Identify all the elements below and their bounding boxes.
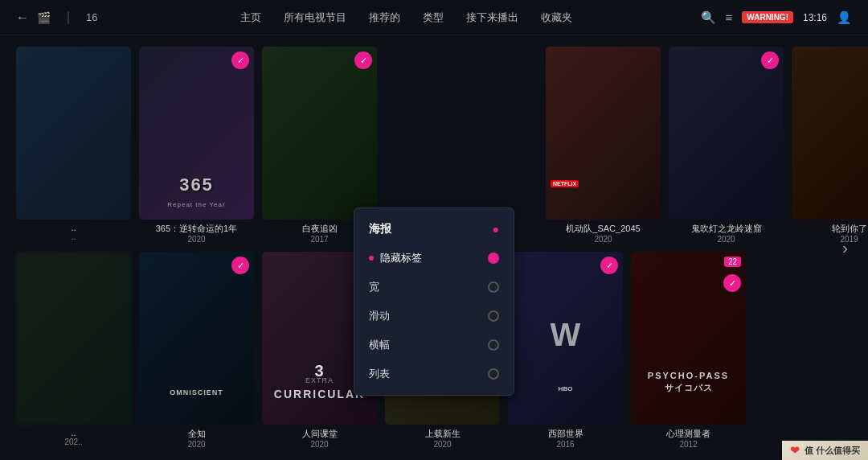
hbo-badge: HBO bbox=[559, 385, 573, 392]
card-title-8: 全知 bbox=[139, 428, 254, 440]
card-wrapper-7: .. 202.. bbox=[16, 252, 131, 449]
menu-item-banner[interactable]: 横幅 bbox=[354, 331, 514, 359]
card-year-10: 2020 bbox=[385, 440, 500, 449]
search-icon[interactable]: 🔍 bbox=[701, 10, 716, 25]
radio-circle-icon-3 bbox=[488, 339, 499, 351]
check-badge-5: ✓ bbox=[761, 51, 779, 69]
card-overlay-365: 365 bbox=[139, 175, 254, 195]
card-year-6: 2019 bbox=[792, 235, 868, 244]
psycho-text: PSYCHO-PASS bbox=[631, 371, 746, 380]
card-info-5: 鬼吹灯之龙岭迷窟 2020 bbox=[669, 223, 784, 244]
card-3[interactable]: ✓ bbox=[262, 47, 377, 220]
header-left: ← 🎬 ｜ 16 bbox=[16, 9, 113, 26]
menu-label-4: 列表 bbox=[369, 367, 390, 381]
card-8[interactable]: ✓ OMNISCIENT bbox=[139, 252, 254, 425]
num-badge-12: 22 bbox=[724, 257, 741, 267]
netflix-badge: NETFLIX bbox=[551, 180, 579, 187]
card-title-5: 鬼吹灯之龙岭迷窟 bbox=[669, 223, 784, 235]
menu-label-2: 滑动 bbox=[369, 309, 390, 323]
card-wrapper-12: 22 ✓ PSYCHO-PASS サイコパス 心理测量者 2012 bbox=[631, 252, 746, 449]
dropdown-menu[interactable]: 海报 ● 隐藏标签 宽 滑动 bbox=[354, 207, 514, 396]
card-title-2: 365：逆转命运的1年 bbox=[139, 223, 254, 235]
card-year-5: 2020 bbox=[669, 235, 784, 244]
card-year-7: 202.. bbox=[16, 437, 131, 446]
card-wrapper-11: ✓ W HBO 西部世界 2016 bbox=[508, 252, 623, 449]
card-title-9: 人间课堂 bbox=[262, 428, 377, 440]
nav-favorites[interactable]: 收藏夹 bbox=[541, 10, 572, 25]
nav-upcoming[interactable]: 接下来播出 bbox=[466, 10, 518, 25]
card-2[interactable]: 365 Repeat the Year ✓ bbox=[139, 47, 254, 220]
menu-item-slide[interactable]: 滑动 bbox=[354, 302, 514, 331]
card-title-4: 机动队_SAC_2045 bbox=[546, 223, 661, 235]
card-wrapper-2: 365 Repeat the Year ✓ 365：逆转命运的1年 2020 bbox=[139, 47, 254, 244]
nav-genre[interactable]: 类型 bbox=[423, 10, 444, 25]
card-info-10: 上载新生 2020 bbox=[385, 428, 500, 449]
card-image-3 bbox=[262, 47, 377, 220]
user-icon[interactable]: 👤 bbox=[837, 10, 852, 25]
card-image-1 bbox=[16, 47, 131, 220]
card-5[interactable]: ✓ bbox=[669, 47, 784, 220]
card-4[interactable]: NETFLIX bbox=[546, 47, 661, 220]
filter-icon[interactable]: ≡ bbox=[726, 10, 733, 24]
card-sub-overlay: Repeat the Year bbox=[139, 201, 254, 208]
card-12[interactable]: 22 ✓ PSYCHO-PASS サイコパス bbox=[631, 252, 746, 425]
menu-item-hidden-label[interactable]: 隐藏标签 bbox=[354, 244, 514, 273]
card-year-8: 2020 bbox=[139, 440, 254, 449]
card-info-8: 全知 2020 bbox=[139, 428, 254, 449]
item-count: 16 bbox=[86, 11, 97, 23]
radio-circle-icon-4 bbox=[488, 368, 499, 380]
menu-label-0: 隐藏标签 bbox=[380, 251, 422, 265]
card-info-11: 西部世界 2016 bbox=[508, 428, 623, 449]
main-nav: 主页 所有电视节目 推荐的 类型 接下来播出 收藏夹 bbox=[113, 10, 701, 25]
warning-badge: WARNING! bbox=[742, 11, 793, 23]
card-title-1: .. bbox=[16, 223, 131, 232]
card-info-9: 人间课堂 2020 bbox=[262, 428, 377, 449]
card-year-9: 2020 bbox=[262, 440, 377, 449]
card-info-6: 轮到你了 2019 bbox=[792, 223, 868, 244]
card-title-12: 心理测量者 bbox=[631, 428, 746, 440]
check-badge-8: ✓ bbox=[231, 257, 249, 274]
card-7[interactable] bbox=[16, 252, 131, 425]
radio-filled-icon bbox=[488, 253, 499, 264]
card-title-10: 上载新生 bbox=[385, 428, 500, 440]
menu-item-wide[interactable]: 宽 bbox=[354, 273, 514, 302]
card-1[interactable] bbox=[16, 47, 131, 220]
menu-item-list[interactable]: 列表 bbox=[354, 359, 514, 388]
card-info-1: .. .. bbox=[16, 223, 131, 241]
menu-item-left-0: 隐藏标签 bbox=[369, 251, 422, 265]
card-image-6 bbox=[792, 47, 868, 220]
watermark-icon: ❤ bbox=[790, 444, 800, 457]
check-badge-11: ✓ bbox=[600, 257, 618, 274]
card-title-11: 西部世界 bbox=[508, 428, 623, 440]
card-11[interactable]: ✓ W HBO bbox=[508, 252, 623, 425]
menu-header[interactable]: 海报 ● bbox=[354, 215, 514, 244]
card-image-4 bbox=[546, 47, 661, 220]
card-image-5 bbox=[669, 47, 784, 220]
w-logo: W bbox=[551, 317, 581, 353]
grid-row-1: .. .. 365 Repeat the Year ✓ 365：逆转命运的1年 … bbox=[16, 47, 852, 244]
check-badge-2: ✓ bbox=[231, 51, 249, 69]
card-wrapper-8: ✓ OMNISCIENT 全知 2020 bbox=[139, 252, 254, 449]
card-image-7 bbox=[16, 252, 131, 425]
card-6[interactable]: 20 ✓ bbox=[792, 47, 868, 220]
card-info-7: .. 202.. bbox=[16, 428, 131, 446]
nav-home[interactable]: 主页 bbox=[240, 10, 261, 25]
card-wrapper-6: 20 ✓ 轮到你了 2019 bbox=[792, 47, 868, 244]
nav-recommended[interactable]: 推荐的 bbox=[369, 10, 400, 25]
card-info-2: 365：逆转命运的1年 2020 bbox=[139, 223, 254, 244]
main-content: .. .. 365 Repeat the Year ✓ 365：逆转命运的1年 … bbox=[0, 35, 868, 449]
check-badge-12: ✓ bbox=[723, 274, 741, 292]
section-icon: 🎬 bbox=[37, 11, 51, 24]
grid-wrapper: .. .. 365 Repeat the Year ✓ 365：逆转命运的1年 … bbox=[16, 47, 852, 449]
dot-bullet-icon bbox=[369, 256, 374, 261]
card-year-2: 2020 bbox=[139, 235, 254, 244]
nav-arrow-right[interactable]: › bbox=[842, 239, 848, 257]
card-year-11: 2016 bbox=[508, 440, 623, 449]
card-year-1: .. bbox=[16, 232, 131, 241]
menu-label-1: 宽 bbox=[369, 280, 379, 294]
back-button[interactable]: ← bbox=[16, 10, 29, 25]
menu-label-3: 横幅 bbox=[369, 338, 390, 352]
watermark-text: 值 什么值得买 bbox=[805, 445, 860, 457]
nav-all-tv[interactable]: 所有电视节目 bbox=[284, 10, 346, 25]
radio-circle-icon-1 bbox=[488, 281, 499, 293]
